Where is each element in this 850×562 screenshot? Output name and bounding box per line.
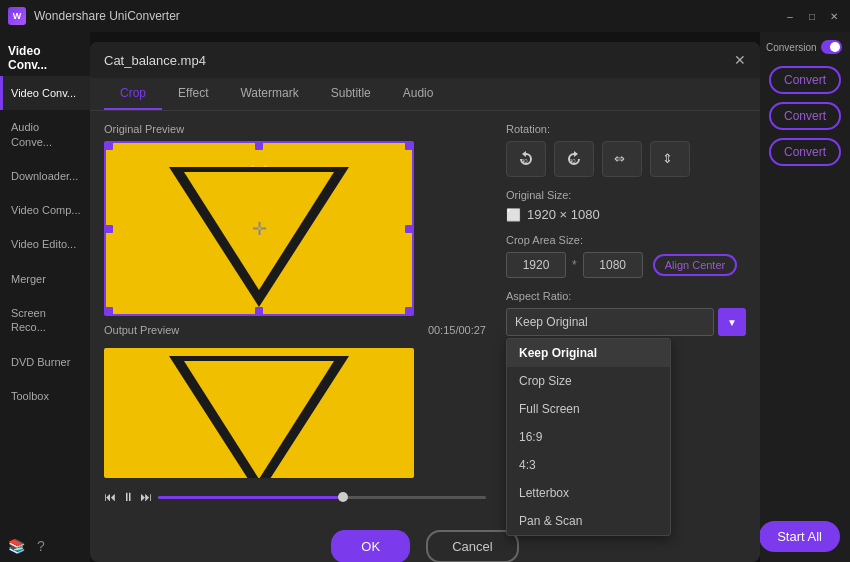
original-size-label: Original Size: bbox=[506, 189, 746, 201]
conversion-toggle-row: Conversion bbox=[766, 40, 844, 54]
size-row: ⬜ 1920 × 1080 bbox=[506, 207, 746, 222]
ratio-option-4-3[interactable]: 4:3 bbox=[507, 451, 670, 479]
ratio-option-keep-original[interactable]: Keep Original bbox=[507, 339, 670, 367]
sidebar-item-video-conv[interactable]: Video Conv... bbox=[0, 76, 90, 110]
rotate-cw-button[interactable]: 90 bbox=[554, 141, 594, 177]
flip-horizontal-button[interactable]: ⇔ bbox=[602, 141, 642, 177]
output-preview-label: Output Preview bbox=[104, 324, 179, 336]
right-panel: Rotation: 90 bbox=[506, 123, 746, 508]
dialog-tabs: Crop Effect Watermark Subtitle Audio bbox=[90, 78, 760, 111]
app-title: Wondershare UniConverter bbox=[34, 9, 180, 23]
align-center-button[interactable]: Align Center bbox=[653, 254, 738, 276]
flip-vertical-button[interactable]: ⇕ bbox=[650, 141, 690, 177]
sidebar-item-screen-rec[interactable]: Screen Reco... bbox=[0, 296, 90, 345]
minimize-button[interactable]: – bbox=[782, 8, 798, 24]
library-icon[interactable]: 📚 bbox=[8, 538, 25, 554]
original-size-value: 1920 × 1080 bbox=[527, 207, 600, 222]
tab-subtitle[interactable]: Subtitle bbox=[315, 78, 387, 110]
sidebar-item-toolbox[interactable]: Toolbox bbox=[0, 379, 90, 413]
crop-height-input[interactable] bbox=[583, 252, 643, 278]
app-body: Video Conv... Video Conv... Audio Conve.… bbox=[0, 32, 850, 562]
sidebar-item-video-comp[interactable]: Video Comp... bbox=[0, 193, 90, 227]
original-preview-label: Original Preview bbox=[104, 123, 486, 135]
svg-text:90: 90 bbox=[569, 158, 576, 164]
rotation-section: Rotation: 90 bbox=[506, 123, 746, 177]
dialog-overlay: Cat_balance.mp4 ✕ Crop Effect Watermark … bbox=[90, 32, 760, 562]
ratio-selected-value: Keep Original bbox=[515, 315, 588, 329]
rotation-label: Rotation: bbox=[506, 123, 746, 135]
conversion-toggle[interactable] bbox=[821, 40, 842, 54]
handle-bl[interactable] bbox=[105, 307, 113, 315]
sidebar-bottom: 📚 ? bbox=[0, 530, 90, 562]
handle-mr[interactable] bbox=[405, 225, 413, 233]
rotate-ccw-button[interactable]: 90 bbox=[506, 141, 546, 177]
aspect-ratio-label: Aspect Ratio: bbox=[506, 290, 746, 302]
handle-tl[interactable] bbox=[105, 142, 113, 150]
ok-button[interactable]: OK bbox=[331, 530, 410, 562]
handle-ml[interactable] bbox=[105, 225, 113, 233]
tab-effect[interactable]: Effect bbox=[162, 78, 224, 110]
dialog-titlebar: Cat_balance.mp4 ✕ bbox=[90, 42, 760, 78]
help-icon[interactable]: ? bbox=[37, 538, 45, 554]
dialog-close-button[interactable]: ✕ bbox=[734, 52, 746, 68]
sidebar-section-title: Video Conv... bbox=[0, 36, 90, 76]
sidebar-item-downloader[interactable]: Downloader... bbox=[0, 159, 90, 193]
sidebar-item-dvd-burner[interactable]: DVD Burner bbox=[0, 345, 90, 379]
handle-tr[interactable] bbox=[405, 142, 413, 150]
svg-text:90: 90 bbox=[521, 158, 528, 164]
original-size-section: Original Size: ⬜ 1920 × 1080 bbox=[506, 189, 746, 222]
crop-area-label: Crop Area Size: bbox=[506, 234, 746, 246]
tab-watermark[interactable]: Watermark bbox=[224, 78, 314, 110]
handle-bm[interactable] bbox=[255, 307, 263, 315]
crop-area-row: * Align Center bbox=[506, 252, 746, 278]
progress-thumb[interactable] bbox=[338, 492, 348, 502]
handle-tm[interactable] bbox=[255, 142, 263, 150]
convert-button-3[interactable]: Convert bbox=[769, 138, 841, 166]
aspect-ratio-section: Aspect Ratio: Keep Original ▼ bbox=[506, 290, 746, 336]
ratio-dropdown-toggle[interactable]: ▼ bbox=[718, 308, 746, 336]
convert-button-1[interactable]: Convert bbox=[769, 66, 841, 94]
output-tri-inner bbox=[184, 361, 334, 478]
rotation-buttons: 90 90 bbox=[506, 141, 746, 177]
tab-crop[interactable]: Crop bbox=[104, 78, 162, 110]
crop-area-section: Crop Area Size: * Align Center bbox=[506, 234, 746, 278]
tab-audio[interactable]: Audio bbox=[387, 78, 450, 110]
svg-text:⇕: ⇕ bbox=[662, 151, 673, 166]
ratio-option-crop-size[interactable]: Crop Size bbox=[507, 367, 670, 395]
ratio-option-16-9[interactable]: 16:9 bbox=[507, 423, 670, 451]
original-preview-frame: 🐱 ✛ bbox=[104, 141, 414, 316]
close-button[interactable]: ✕ bbox=[826, 8, 842, 24]
cancel-button[interactable]: Cancel bbox=[426, 530, 518, 562]
crop-separator: * bbox=[572, 258, 577, 272]
progress-track[interactable] bbox=[158, 496, 486, 499]
svg-text:⇔: ⇔ bbox=[614, 151, 625, 166]
output-label-row: Output Preview 00:15/00:27 bbox=[104, 324, 486, 342]
handle-br[interactable] bbox=[405, 307, 413, 315]
window-controls: – □ ✕ bbox=[782, 8, 842, 24]
conversion-label: Conversion bbox=[766, 42, 817, 53]
aspect-ratio-dropdown: Keep Original Crop Size Full Screen 16:9… bbox=[506, 338, 671, 536]
playback-bar: ⏮ ⏸ ⏭ bbox=[104, 486, 486, 508]
start-all-button[interactable]: Start All bbox=[759, 521, 840, 552]
convert-button-2[interactable]: Convert bbox=[769, 102, 841, 130]
pause-button[interactable]: ⏸ bbox=[122, 490, 134, 504]
crosshair-icon: ✛ bbox=[252, 218, 267, 240]
prev-button[interactable]: ⏮ bbox=[104, 490, 116, 504]
ratio-option-pan-scan[interactable]: Pan & Scan bbox=[507, 507, 670, 535]
ratio-option-full-screen[interactable]: Full Screen bbox=[507, 395, 670, 423]
output-timestamp: 00:15/00:27 bbox=[428, 324, 486, 336]
preview-column: Original Preview 🐱 bbox=[104, 123, 486, 508]
output-triangle bbox=[169, 356, 349, 478]
sidebar-item-video-editor[interactable]: Video Edito... bbox=[0, 227, 90, 261]
ratio-option-letterbox[interactable]: Letterbox bbox=[507, 479, 670, 507]
sidebar-item-audio-conv[interactable]: Audio Conve... bbox=[0, 110, 90, 159]
sidebar-item-merger[interactable]: Merger bbox=[0, 262, 90, 296]
dialog-body: Original Preview 🐱 bbox=[90, 111, 760, 520]
maximize-button[interactable]: □ bbox=[804, 8, 820, 24]
crop-width-input[interactable] bbox=[506, 252, 566, 278]
ratio-dropdown-container: Keep Original ▼ Keep Original Crop Size … bbox=[506, 308, 746, 336]
next-button[interactable]: ⏭ bbox=[140, 490, 152, 504]
dialog-title: Cat_balance.mp4 bbox=[104, 53, 734, 68]
progress-fill bbox=[158, 496, 338, 499]
ratio-select-row: Keep Original ▼ bbox=[506, 308, 746, 336]
